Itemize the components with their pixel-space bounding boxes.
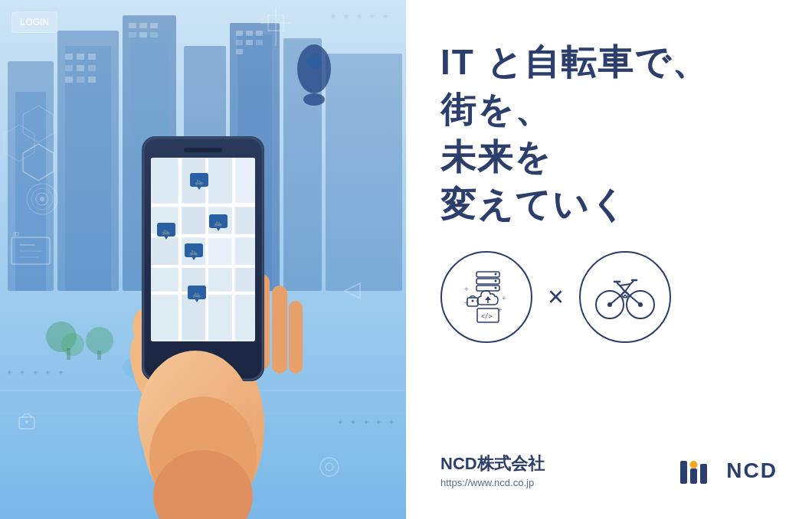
svg-text:✦ ✦ ✦ ✦ ✦: ✦ ✦ ✦ ✦ ✦ [6,368,66,377]
svg-rect-18 [150,23,158,28]
svg-rect-16 [129,23,136,28]
svg-rect-27 [256,31,263,36]
svg-rect-31 [236,49,243,54]
svg-text:+: + [498,305,503,314]
footer: NCD株式会社 https://www.ncd.co.jp NCD [440,452,778,488]
svg-rect-26 [246,31,253,36]
svg-rect-13 [88,77,96,83]
svg-rect-12 [77,77,84,83]
svg-point-131 [495,287,497,289]
svg-text:+: + [502,294,506,302]
svg-rect-75 [289,301,303,374]
title-line3: 未来を [440,133,778,181]
icons-row: </> + + + + × [440,251,778,343]
title-line4: 変えていく [440,181,778,228]
company-name: NCD株式会社 [440,452,545,475]
svg-rect-61 [67,348,70,360]
svg-text:ID: ID [13,230,19,237]
right-panel: IT と自転車で、 街を、 未来を 変えていく [406,0,812,519]
svg-rect-9 [77,65,84,71]
svg-point-130 [495,280,497,282]
svg-rect-25 [236,31,243,36]
times-symbol: × [548,281,564,313]
svg-point-53 [25,420,28,423]
svg-rect-95 [152,237,178,265]
svg-rect-2 [15,92,46,291]
svg-rect-101 [234,268,255,292]
svg-text:+: + [464,299,469,307]
svg-rect-78 [184,148,222,152]
svg-rect-97 [234,237,255,265]
svg-text:🚲: 🚲 [189,247,198,256]
svg-rect-30 [256,40,263,45]
svg-rect-90 [208,158,232,204]
svg-rect-158 [680,461,687,484]
company-url: https://www.ncd.co.jp [440,477,545,488]
title-line2: 街を、 [440,86,778,133]
svg-point-129 [495,273,497,276]
svg-point-43 [40,197,44,201]
it-circle-icon: </> + + + + [440,251,532,343]
svg-rect-10 [88,65,96,71]
left-panel: ID ✦ ✦ ✦ ✦ ✦ ✦ ✦ ✦ ✦ ✦ LOGIN ★ [0,0,406,519]
svg-rect-100 [208,268,232,292]
svg-rect-17 [139,23,147,28]
svg-rect-92 [182,207,205,234]
svg-rect-88 [152,158,178,204]
svg-line-153 [617,282,620,286]
svg-line-151 [630,281,634,284]
company-info: NCD株式会社 https://www.ncd.co.jp [440,452,545,488]
svg-rect-98 [152,268,178,292]
svg-rect-7 [88,54,96,60]
svg-text:+: + [464,285,469,293]
svg-point-58 [306,54,322,69]
svg-rect-19 [129,32,136,38]
svg-point-161 [690,461,698,468]
svg-rect-160 [700,464,707,484]
svg-line-150 [620,286,625,292]
svg-rect-104 [208,295,232,340]
svg-text:🚲: 🚲 [214,218,223,227]
content-area: IT と自転車で、 街を、 未来を 変えていく [440,38,778,343]
svg-rect-103 [182,295,205,340]
svg-rect-28 [236,40,243,45]
svg-text:</>: </> [481,313,493,320]
title-line1: IT と自転車で、 [440,38,778,86]
svg-rect-105 [234,295,255,340]
svg-text:🚲: 🚲 [195,177,204,186]
svg-rect-74 [272,286,287,374]
svg-point-137 [472,300,474,302]
bicycle-circle-icon [579,251,671,343]
svg-rect-159 [690,468,697,484]
ncd-text: NCD [726,459,778,483]
svg-rect-94 [234,207,255,234]
svg-text:✦ ✦ ✦ ✦ ✦: ✦ ✦ ✦ ✦ ✦ [337,418,397,426]
svg-rect-33 [326,54,402,291]
svg-rect-8 [65,65,73,71]
svg-rect-20 [139,32,147,38]
svg-rect-29 [246,40,253,45]
svg-text:🚲: 🚲 [192,289,201,299]
svg-rect-21 [150,32,158,38]
stars-top: ★ ★ ★ ★ ★ [329,11,391,21]
svg-rect-5 [65,54,73,60]
svg-rect-11 [65,77,73,83]
svg-rect-6 [77,54,84,60]
svg-text:🚲: 🚲 [162,227,171,236]
svg-marker-133 [485,296,491,300]
svg-rect-102 [152,295,178,340]
login-label: LOGIN [11,11,57,33]
main-title: IT と自転車で、 街を、 未来を 変えていく [440,38,778,228]
ncd-logo: NCD [678,455,778,487]
